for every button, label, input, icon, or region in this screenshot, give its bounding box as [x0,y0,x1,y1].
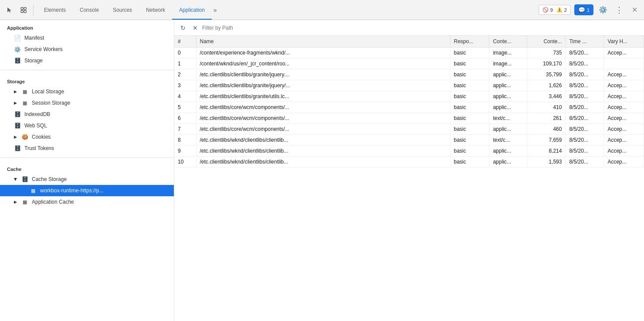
cell-time: 8/5/20... [566,69,604,80]
table-row[interactable]: 4 /etc.clientlibs/clientlibs/granite/uti… [174,91,644,102]
error-icon: 🚫 [542,7,549,13]
tab-application[interactable]: Application [172,0,212,20]
cell-content-length: 35,799 [527,69,566,80]
content-panel: ↻ ✕ # Name Respo... Conte... Conte... Ti… [174,20,644,321]
table-row[interactable]: 7 /etc.clientlibs/core/wcm/components/..… [174,124,644,135]
col-response: Respo... [450,36,489,48]
sidebar-item-local-storage[interactable]: ▶ ▦ Local Storage [0,86,174,97]
cell-response: basic [450,102,489,113]
cell-response: basic [450,135,489,146]
svg-rect-2 [21,10,23,13]
sidebar-item-web-sql[interactable]: 🗄️ Web SQL [0,120,174,131]
sidebar-item-label: Session Storage [32,100,70,106]
table-row[interactable]: 5 /etc.clientlibs/core/wcm/components/..… [174,102,644,113]
cell-content-type: image... [489,48,527,58]
sidebar-item-indexeddb[interactable]: 🗄️ IndexedDB [0,109,174,120]
cell-content-type: image... [489,58,527,69]
table-row[interactable]: 3 /etc.clientlibs/clientlibs/granite/jqu… [174,80,644,91]
warning-icon: ⚠️ [556,7,563,13]
cell-name: /etc.clientlibs/clientlibs/granite/jquer… [196,69,450,80]
cell-time: 8/5/20... [566,48,604,58]
cylinder-icon: 🗄️ [14,57,21,64]
settings-button[interactable]: ⚙️ [597,4,609,16]
cell-time: 8/5/20... [566,113,604,124]
cell-content-length: 1,593 [527,157,566,167]
sidebar-item-service-workers[interactable]: ⚙️ Service Workers [0,44,174,55]
sidebar-item-application-cache[interactable]: ▶ ▦ Application Cache [0,196,174,208]
sidebar-item-cookies[interactable]: ▶ 🍪 Cookies [0,131,174,143]
cell-content-length: 8,214 [527,146,566,157]
cell-response: basic [450,48,489,58]
cell-content-type: applic... [489,124,527,135]
cell-num: 9 [174,146,196,157]
cell-name: /etc.clientlibs/wknd/clientlibs/clientli… [196,135,450,146]
sidebar-item-label: workbox-runtime-https://p... [40,188,103,194]
sidebar-item-label: Storage [24,58,43,64]
close-button[interactable]: ✕ [628,4,641,16]
message-icon: 💬 [578,7,585,13]
clear-button[interactable]: ✕ [190,23,200,33]
cell-content-length: 735 [527,48,566,58]
table-row[interactable]: 10 /etc.clientlibs/wknd/clientlibs/clien… [174,157,644,167]
cell-name: /etc.clientlibs/wknd/clientlibs/clientli… [196,146,450,157]
more-options-button[interactable]: ⋮ [613,4,625,16]
cylinder-icon: 🗄️ [14,122,21,129]
cell-name: /etc.clientlibs/clientlibs/granite/jquer… [196,80,450,91]
cell-time: 8/5/20... [566,157,604,167]
cell-vary: Accep... [604,48,644,58]
arrow-icon: ▶ [14,200,17,204]
grid-icon: ▦ [21,99,28,106]
sidebar-item-storage-app[interactable]: 🗄️ Storage [0,55,174,66]
cell-response: basic [450,157,489,167]
cell-content-type: applic... [489,69,527,80]
error-warning-badge[interactable]: 🚫 9 ⚠️ 2 [539,5,571,15]
sidebar-item-workbox-runtime[interactable]: ▦ workbox-runtime-https://p... [0,185,174,196]
sidebar-item-manifest[interactable]: 📄 Manifest [0,32,174,44]
tab-elements[interactable]: Elements [37,0,73,20]
cell-name: /etc.clientlibs/core/wcm/components/... [196,124,450,135]
manifest-icon: 📄 [14,34,21,41]
cell-time: 8/5/20... [566,91,604,102]
more-tabs-button[interactable]: » [212,7,219,14]
cell-time: 8/5/20... [566,146,604,157]
table-row[interactable]: 2 /etc.clientlibs/clientlibs/granite/jqu… [174,69,644,80]
table-row[interactable]: 0 /content/experience-fragments/wknd/...… [174,48,644,58]
toolbar-right: 🚫 9 ⚠️ 2 💬 1 ⚙️ ⋮ ✕ [539,4,641,16]
tab-bar: Elements Console Sources Network Applica… [37,0,537,20]
application-section-label: Application [0,20,174,32]
cell-num: 7 [174,124,196,135]
grid-icon: ▦ [30,187,37,194]
table-row[interactable]: 1 /content/wknd/us/en/_jcr_content/roo..… [174,58,644,69]
cell-vary: Accep... [604,91,644,102]
tab-network[interactable]: Network [139,0,172,20]
refresh-button[interactable]: ↻ [178,23,188,33]
sidebar-item-trust-tokens[interactable]: 🗄️ Trust Tokens [0,143,174,154]
message-badge[interactable]: 💬 1 [574,4,593,15]
inspect-tool-button[interactable] [17,4,30,16]
cell-vary: Accep... [604,80,644,91]
filter-input[interactable] [202,25,641,31]
cell-num: 1 [174,58,196,69]
warning-count: 2 [564,7,567,13]
cylinder-icon: 🗄️ [21,176,28,183]
cell-response: basic [450,69,489,80]
table-row[interactable]: 8 /etc.clientlibs/wknd/clientlibs/client… [174,135,644,146]
svg-rect-1 [24,7,26,10]
sidebar-item-label: Manifest [24,35,44,41]
cell-content-type: applic... [489,80,527,91]
tab-sources[interactable]: Sources [106,0,139,20]
cell-time: 8/5/20... [566,124,604,135]
gear-icon: ⚙️ [14,46,21,53]
sidebar-item-session-storage[interactable]: ▶ ▦ Session Storage [0,97,174,109]
tab-console[interactable]: Console [73,0,106,20]
cell-content-type: applic... [489,146,527,157]
col-content-length: Conte... [527,36,566,48]
table-row[interactable]: 9 /etc.clientlibs/wknd/clientlibs/client… [174,146,644,157]
table-row[interactable]: 6 /etc.clientlibs/core/wcm/components/..… [174,113,644,124]
cursor-tool-button[interactable] [3,4,16,16]
cell-name: /content/wknd/us/en/_jcr_content/roo... [196,58,450,69]
cell-vary: Accep... [604,135,644,146]
cell-num: 5 [174,102,196,113]
sidebar-item-cache-storage[interactable]: ▶ 🗄️ Cache Storage [0,174,174,185]
sidebar-item-label: Trust Tokens [24,145,54,151]
